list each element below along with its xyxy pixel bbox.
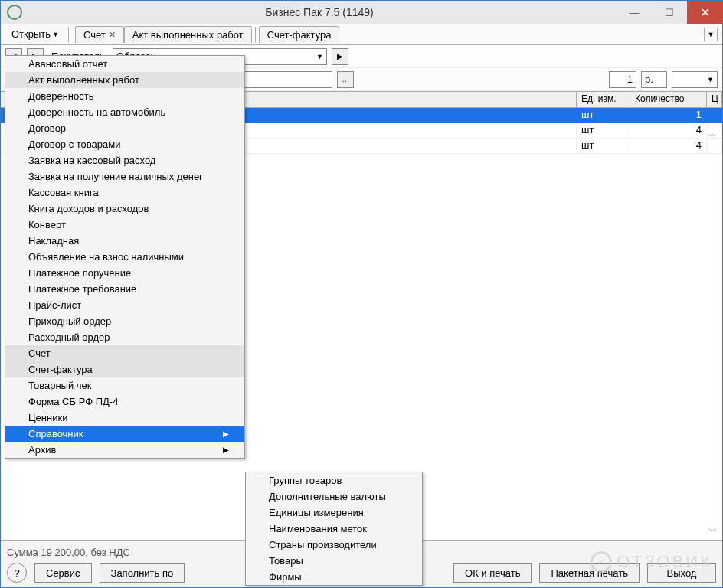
cell-unit: шт [577,108,630,122]
unit-label: р. [645,74,653,85]
tab-schet[interactable]: Счет ✕ [75,26,124,43]
app-icon [7,5,22,20]
caret-down-icon: ▼ [52,31,59,38]
submenu-item[interactable]: Фирмы [246,569,422,585]
menu-item[interactable]: Доверенность [5,88,244,104]
open-dropdown[interactable]: Открыть ▼ [5,27,65,41]
divider [68,27,69,42]
service-button[interactable]: Сервис [34,564,92,583]
chevron-down-icon: ▼ [313,53,323,60]
cell-qty: 1 [630,108,707,122]
menu-item[interactable]: Справочник▶ [5,426,244,442]
extra-select[interactable]: ▼ [672,71,718,88]
menu-item[interactable]: Счет [5,345,244,361]
col-c[interactable]: Ц [707,92,722,107]
menu-item[interactable]: Архив▶ [5,442,244,458]
menu-item[interactable]: Приходный ордер [5,313,244,329]
tabs: Счет ✕ Акт выполненных работ Счет-фактур… [75,26,339,43]
menu-item[interactable]: Заявка на кассовый расход [5,152,244,168]
menu-item[interactable]: Договор [5,120,244,136]
window-title: Бизнес Пак 7.5 (1149) [22,6,617,18]
submenu-item[interactable]: Группы товаров [246,472,422,488]
menu-item[interactable]: Счет-фактура [5,361,244,377]
cell-unit: шт [577,123,630,138]
qty-input[interactable] [609,71,636,88]
cell-qty: 4 [630,123,707,138]
col-qty[interactable]: Количество [630,92,707,107]
ok-print-button[interactable]: ОК и печать [453,564,532,583]
col-unit[interactable]: Ед. изм. [577,92,630,107]
menu-item[interactable]: Конверт [5,217,244,233]
scrollbar[interactable]: ︿﹀ [708,128,721,537]
menu-item[interactable]: Договор с товарами [5,136,244,152]
menu-item[interactable]: Расходный ордер [5,329,244,345]
open-label: Открыть [11,28,51,40]
submenu-arrow-icon: ▶ [223,446,229,454]
menu-item[interactable]: Накладная [5,233,244,249]
buyer-next-button[interactable]: ▶ [332,48,348,65]
fill-button[interactable]: Заполнить по [100,564,185,583]
exit-button[interactable]: Выход [647,564,716,583]
submenu-item[interactable]: Страны производители [246,537,422,553]
menu-item[interactable]: Платежное поручение [5,265,244,281]
close-button[interactable]: ✕ [687,1,722,24]
menu-item[interactable]: Платежное требование [5,281,244,297]
minimize-button[interactable]: — [617,1,652,24]
tab-label: Счет-фактура [267,29,332,41]
submenu-item[interactable]: Наименования меток [246,521,422,537]
tab-label: Счет [83,29,106,41]
menu-item[interactable]: Объявление на взнос наличными [5,249,244,265]
menu-item[interactable]: Акт выполненных работ [5,72,244,88]
menu-item[interactable]: Товарный чек [5,377,244,394]
menu-item[interactable]: Заявка на получение наличных денег [5,168,244,185]
menu-item[interactable]: Кассовая книга [5,185,244,201]
open-menu: Авансовый отчетАкт выполненных работДове… [5,55,245,459]
titlebar: Бизнес Пак 7.5 (1149) — ☐ ✕ [1,1,722,24]
divider [255,27,256,42]
unit-select[interactable]: р. [641,71,667,88]
submenu-arrow-icon: ▶ [223,430,229,438]
cell-qty: 4 [630,139,707,153]
menu-item[interactable]: Форма СБ РФ ПД-4 [5,394,244,410]
batch-print-button[interactable]: Пакетная печать [539,564,640,583]
spravochnik-submenu: Группы товаровДополнительные валютыЕдини… [245,472,423,586]
tab-schet-faktura[interactable]: Счет-фактура [259,26,340,43]
tab-label: Акт выполненных работ [132,29,244,41]
menu-item[interactable]: Ценники [5,410,244,426]
menu-item[interactable]: Книга доходов и расходов [5,201,244,217]
menu-item[interactable]: Прайс-лист [5,297,244,313]
note-more-button[interactable]: … [337,71,354,88]
close-icon[interactable]: ✕ [109,30,116,40]
submenu-item[interactable]: Дополнительные валюты [246,488,422,505]
menu-item[interactable]: Доверенность на автомобиль [5,104,244,120]
help-button[interactable]: ? [7,563,27,583]
cell-c [707,108,722,122]
tab-akt[interactable]: Акт выполненных работ [124,26,252,43]
submenu-item[interactable]: Единицы измерения [246,505,422,521]
toolbar-overflow[interactable]: ▼ [704,28,718,41]
menu-item[interactable]: Авансовый отчет [5,56,244,72]
submenu-item[interactable]: Товары [246,553,422,569]
chevron-down-icon: ▼ [704,76,714,83]
window-controls: — ☐ ✕ [617,1,722,24]
maximize-button[interactable]: ☐ [652,1,687,24]
cell-unit: шт [577,139,630,153]
toolbar: Открыть ▼ Счет ✕ Акт выполненных работ С… [1,24,722,45]
